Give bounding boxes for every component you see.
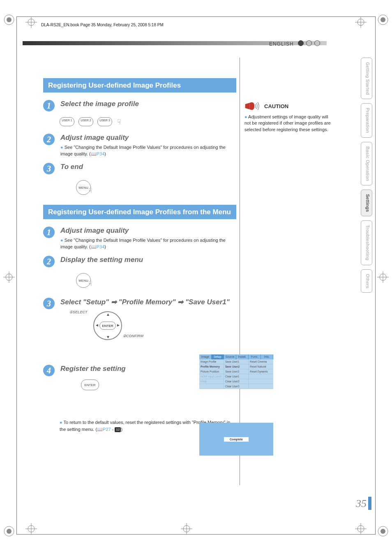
section-b-title: Registering User-defined Image Profiles … bbox=[43, 205, 236, 219]
tab-others[interactable]: Others bbox=[361, 269, 372, 293]
menu-button[interactable]: MENU bbox=[76, 273, 91, 288]
user1-button[interactable]: USER 1 bbox=[60, 117, 74, 126]
enter-button[interactable]: ENTER bbox=[81, 380, 99, 390]
step-b1: 1 Adjust image quality ● See "Changing t… bbox=[43, 227, 236, 250]
tab-getting-started[interactable]: Getting Started bbox=[361, 58, 372, 99]
menu-tab-source: Source bbox=[224, 354, 236, 359]
complete-label: Complete bbox=[224, 437, 249, 442]
page-accent bbox=[368, 497, 371, 510]
user-buttons-row: USER 1 USER 2 USER 3 ☟ bbox=[60, 117, 236, 126]
step-a2-title: Adjust image quality bbox=[60, 134, 236, 142]
book-header: DLA-RS2E_EN.book Page 35 Monday, Februar… bbox=[41, 23, 351, 27]
section-a-title: Registering User-defined Image Profiles bbox=[43, 78, 236, 93]
step-a2: 2 Adjust image quality ● See "Changing t… bbox=[43, 134, 236, 157]
enter-button[interactable]: ENTER bbox=[99, 322, 116, 330]
dpad-down-icon[interactable]: ▼ bbox=[106, 335, 110, 339]
step-b2: 2 Display the setting menu bbox=[43, 256, 236, 267]
step-number-3: 3 bbox=[43, 298, 55, 309]
caution-title: CAUTION bbox=[264, 103, 288, 109]
step-b4-title: Register the setting bbox=[60, 365, 236, 373]
chapter-tabs: Getting Started Preparation Basic Operat… bbox=[361, 58, 372, 293]
lang-dot bbox=[306, 40, 312, 46]
crop-mark-icon bbox=[181, 523, 192, 535]
menu-tab-info: Info. bbox=[261, 354, 273, 359]
dpad-up-icon[interactable]: ▲ bbox=[106, 312, 110, 317]
lang-dot-active bbox=[298, 40, 304, 46]
step-b1-title: Adjust image quality bbox=[60, 227, 236, 235]
tab-troubleshooting[interactable]: Troubleshooting bbox=[361, 220, 372, 265]
crop-mark-icon bbox=[377, 14, 389, 25]
main-content: Registering User-defined Image Profiles … bbox=[43, 78, 236, 433]
menu-tab-image: Image bbox=[199, 354, 212, 359]
step-a1: 1 Select the image profile bbox=[43, 100, 236, 111]
user2-button[interactable]: USER 2 bbox=[78, 117, 93, 126]
menu-row: Image ProfileSave User1Reset Cinema bbox=[199, 359, 273, 364]
menu-button[interactable]: MENU bbox=[76, 180, 91, 195]
svg-point-1 bbox=[7, 17, 12, 22]
complete-dialog: Complete bbox=[199, 423, 273, 456]
dpad-left-icon[interactable]: ◄ bbox=[95, 323, 99, 327]
select-label: ①SELECT bbox=[69, 310, 88, 314]
confirm-label: ②CONFIRM bbox=[123, 334, 143, 338]
page-number: 35 bbox=[356, 498, 367, 510]
step-number-2: 2 bbox=[43, 256, 55, 267]
megaphone-icon bbox=[244, 101, 261, 111]
menu-tab-setup: Setup bbox=[212, 354, 224, 359]
language-dots bbox=[298, 40, 320, 46]
dpad-figure: ①SELECT ▲ ▼ ◄ ► ENTER ②CONFIRM bbox=[73, 311, 155, 344]
step-number-4: 4 bbox=[43, 365, 55, 376]
svg-point-3 bbox=[380, 17, 385, 22]
crop-mark-icon bbox=[377, 271, 389, 283]
tab-basic-operation[interactable]: Basic Operation bbox=[361, 142, 372, 185]
menu-tab-install: Install. bbox=[236, 354, 249, 359]
tab-preparation[interactable]: Preparation bbox=[361, 103, 372, 137]
svg-point-7 bbox=[380, 529, 385, 534]
step-b3-title: Select "Setup" ➡ "Profile Memory" ➡ "Sav… bbox=[60, 298, 236, 306]
language-label: ENGLISH bbox=[269, 41, 294, 47]
lang-dot bbox=[314, 40, 320, 46]
step-a3: 3 To end bbox=[43, 163, 236, 174]
step-b3: 3 Select "Setup" ➡ "Profile Memory" ➡ "S… bbox=[43, 298, 236, 352]
crop-mark-icon bbox=[377, 526, 389, 537]
user3-button[interactable]: USER 3 bbox=[97, 117, 112, 126]
step-b1-note: ● See "Changing the Default Image Profil… bbox=[60, 237, 236, 250]
dpad-right-icon[interactable]: ► bbox=[116, 323, 120, 327]
column-divider bbox=[240, 58, 240, 485]
crop-mark-icon bbox=[25, 16, 37, 28]
crop-mark-icon bbox=[25, 523, 37, 535]
caution-block: CAUTION ● Adjustment settings of image q… bbox=[244, 101, 331, 133]
crop-mark-icon bbox=[3, 526, 15, 537]
caution-text: ● Adjustment settings of image quality w… bbox=[244, 114, 331, 133]
crop-mark-icon bbox=[355, 16, 367, 28]
crop-mark-icon bbox=[3, 14, 15, 25]
step-b4: 4 Register the setting ENTER bbox=[43, 365, 236, 394]
step-number-3: 3 bbox=[43, 163, 55, 174]
step-a3-title: To end bbox=[60, 163, 236, 171]
step-a2-note: ● See "Changing the Default Image Profil… bbox=[60, 144, 236, 157]
tab-settings[interactable]: Settings bbox=[361, 190, 372, 216]
step-number-2: 2 bbox=[43, 134, 55, 145]
crop-mark-icon bbox=[355, 523, 367, 535]
hand-cursor-icon: ☟ bbox=[117, 118, 121, 126]
step-a1-title: Select the image profile bbox=[60, 100, 236, 108]
crop-mark-icon bbox=[3, 271, 15, 283]
step-number-1: 1 bbox=[43, 100, 55, 111]
dpad[interactable]: ▲ ▼ ◄ ► ENTER bbox=[93, 311, 122, 340]
step-b2-title: Display the setting menu bbox=[60, 256, 236, 264]
menu-tab-func: Func. bbox=[249, 354, 261, 359]
step-number-1: 1 bbox=[43, 227, 55, 238]
svg-point-5 bbox=[7, 529, 12, 534]
